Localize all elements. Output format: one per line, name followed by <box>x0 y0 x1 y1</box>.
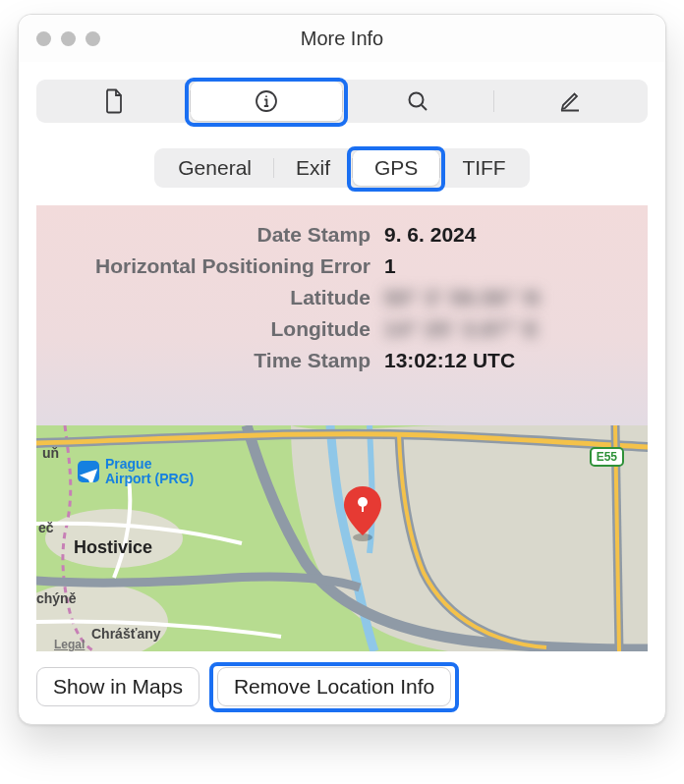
subtab-gps[interactable]: GPS <box>353 150 439 186</box>
meta-row: Latitude 50° 3' 56.56" N <box>36 282 648 313</box>
road-badge: E55 <box>590 447 624 467</box>
meta-label: Horizontal Positioning Error <box>36 254 370 278</box>
search-icon <box>406 89 429 113</box>
meta-row: Horizontal Positioning Error 1 <box>36 251 648 282</box>
map-legal-link[interactable]: Legal <box>54 638 85 651</box>
meta-label: Longitude <box>36 317 370 341</box>
subtab-exif[interactable]: Exif <box>274 150 352 186</box>
tab-info[interactable] <box>191 82 342 121</box>
meta-value-redacted: 50° 3' 56.56" N <box>384 286 648 309</box>
subtab-general[interactable]: General <box>156 150 273 186</box>
meta-value-redacted: 14° 25' 3.87" E <box>384 317 648 341</box>
titlebar: More Info <box>19 15 665 62</box>
svg-rect-8 <box>362 502 364 512</box>
meta-row: Longitude 14° 25' 3.87" E <box>36 313 648 345</box>
tab-edit[interactable] <box>494 82 646 121</box>
meta-value: 1 <box>384 254 648 278</box>
meta-label: Latitude <box>36 286 370 309</box>
window-title: More Info <box>19 28 665 50</box>
action-buttons-row: Show in Maps Remove Location Info <box>36 667 648 706</box>
airplane-icon <box>78 461 99 482</box>
place-label: Chrášťany <box>91 626 161 642</box>
gps-metadata-panel: Date Stamp 9. 6. 2024 Horizontal Positio… <box>36 205 648 425</box>
meta-value: 13:02:12 UTC <box>384 349 648 372</box>
show-in-maps-button[interactable]: Show in Maps <box>36 667 200 706</box>
more-info-window: More Info General Exif GPS TIFF <box>18 14 666 725</box>
svg-point-1 <box>265 95 267 97</box>
metadata-tabs: General Exif GPS TIFF <box>154 148 529 188</box>
meta-label: Time Stamp <box>36 349 370 372</box>
info-icon <box>255 89 278 113</box>
tab-document[interactable] <box>38 82 190 121</box>
place-label: uň <box>42 445 59 461</box>
main-toolbar <box>36 80 648 123</box>
location-map[interactable]: Prague Airport (PRG) uň eč Hostivice chý… <box>36 425 648 651</box>
svg-point-2 <box>410 93 424 107</box>
airport-label: Prague Airport (PRG) <box>78 457 194 487</box>
tab-search[interactable] <box>343 82 494 121</box>
document-icon <box>103 88 125 114</box>
subtab-label: GPS <box>374 156 418 180</box>
meta-label: Date Stamp <box>36 223 370 247</box>
remove-location-button[interactable]: Remove Location Info <box>217 667 451 706</box>
subtab-tiff[interactable]: TIFF <box>440 150 527 186</box>
pencil-icon <box>558 89 582 113</box>
city-label: Hostivice <box>74 537 152 558</box>
location-pin-icon <box>341 484 384 543</box>
airport-text: Prague Airport (PRG) <box>105 457 194 487</box>
place-label: eč <box>38 520 54 535</box>
place-label: chýně <box>36 590 76 606</box>
meta-row: Time Stamp 13:02:12 UTC <box>36 345 648 376</box>
meta-value: 9. 6. 2024 <box>384 223 648 247</box>
meta-row: Date Stamp 9. 6. 2024 <box>36 219 648 251</box>
